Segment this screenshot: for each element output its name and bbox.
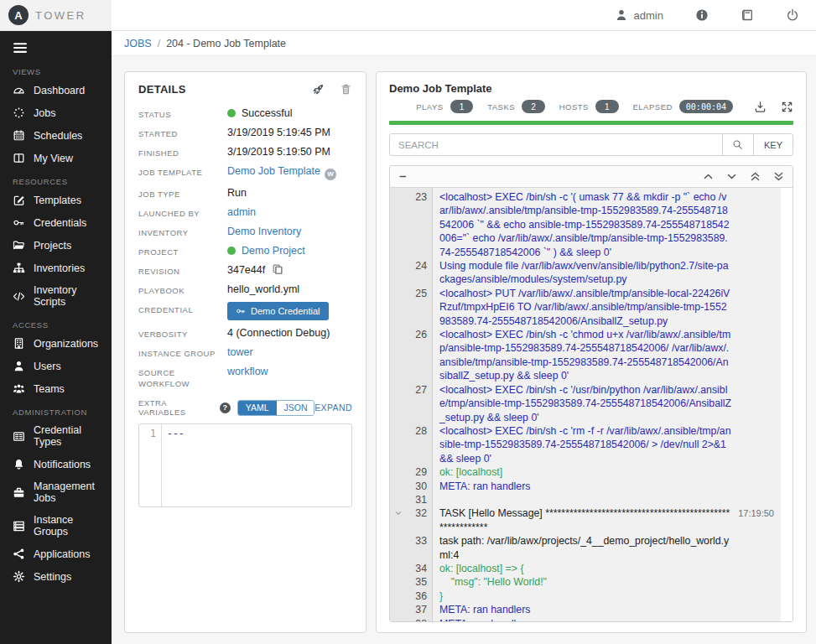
- line-number[interactable]: 25: [390, 287, 433, 328]
- sidebar-item-my-view[interactable]: My View: [0, 147, 112, 169]
- output-line: 36}: [390, 589, 781, 603]
- line-number[interactable]: 34: [390, 562, 433, 575]
- line-number[interactable]: 36: [390, 589, 433, 603]
- detail-row-started: STARTED3/19/2019 5:19:45 PM: [138, 126, 352, 139]
- sidebar-item-dashboard[interactable]: Dashboard: [0, 79, 112, 101]
- relaunch-rocket-icon[interactable]: [312, 83, 325, 96]
- sidebar-item-users[interactable]: Users: [0, 355, 112, 377]
- sidebar-section-label: RESOURCES: [0, 169, 112, 189]
- stat-label: PLAYS: [416, 102, 443, 112]
- menu-toggle-button[interactable]: [0, 31, 40, 60]
- sidebar-item-teams[interactable]: Teams: [0, 377, 112, 400]
- detail-row-credential: CREDENTIALDemo Credential: [138, 302, 352, 320]
- collapse-all-minus-icon[interactable]: [398, 171, 409, 182]
- sidebar-item-label: Schedules: [34, 130, 82, 142]
- docs-book-icon[interactable]: [741, 8, 754, 22]
- detail-label: PROJECT: [138, 244, 227, 257]
- revision-value: 347e44f: [227, 264, 265, 276]
- line-number[interactable]: 23: [390, 190, 433, 259]
- key-icon: [13, 216, 25, 229]
- sidebar: VIEWSDashboardJobsSchedulesMy ViewRESOUR…: [0, 31, 112, 644]
- job-output-log[interactable]: 23<localhost> EXEC /bin/sh -c '( umask 7…: [390, 188, 781, 621]
- sidebar-item-applications[interactable]: Applications: [0, 543, 112, 565]
- expand-link[interactable]: EXPAND: [314, 402, 352, 413]
- output-line: 31: [390, 493, 781, 506]
- sidebar-item-settings[interactable]: Settings: [0, 565, 112, 588]
- brand-title: TOWER: [35, 9, 86, 22]
- about-info-icon[interactable]: [695, 8, 709, 22]
- sidebar-item-projects[interactable]: Projects: [0, 234, 112, 257]
- detail-value: 347e44f: [227, 263, 352, 277]
- sidebar-section-label: VIEWS: [0, 60, 112, 79]
- line-number[interactable]: 28: [390, 424, 433, 465]
- line-number[interactable]: 26: [390, 328, 433, 383]
- sidebar-item-credentials[interactable]: Credentials: [0, 211, 112, 234]
- line-number[interactable]: 33: [390, 534, 433, 562]
- json-toggle-button[interactable]: JSON: [277, 401, 315, 415]
- delete-trash-icon[interactable]: [340, 83, 352, 96]
- sidebar-item-management-jobs[interactable]: Management Jobs: [0, 475, 112, 509]
- search-button[interactable]: [722, 134, 753, 155]
- line-text: }: [433, 589, 781, 603]
- line-number[interactable]: 24: [390, 259, 433, 287]
- user-menu[interactable]: admin: [615, 8, 663, 22]
- sidebar-item-notifications[interactable]: Notifications: [0, 453, 112, 475]
- credential-badge[interactable]: Demo Credential: [227, 302, 329, 320]
- yaml-toggle-button[interactable]: YAML: [238, 401, 277, 415]
- logout-power-icon[interactable]: [786, 8, 799, 22]
- user-icon: [13, 360, 25, 372]
- sidebar-item-label: Users: [34, 361, 61, 372]
- key-button[interactable]: KEY: [753, 134, 793, 155]
- extra-variables-label: EXTRA VARIABLES: [138, 398, 216, 417]
- scroll-top-icon[interactable]: [750, 171, 761, 182]
- sidebar-item-jobs[interactable]: Jobs: [0, 101, 112, 124]
- tachometer-icon: [13, 84, 25, 96]
- detail-link[interactable]: tower: [227, 346, 253, 358]
- line-number[interactable]: 38: [390, 617, 433, 621]
- download-icon[interactable]: [754, 101, 767, 113]
- scroll-up-icon[interactable]: [703, 171, 714, 182]
- expand-fullscreen-icon[interactable]: [781, 101, 793, 113]
- calendar-icon: [13, 129, 25, 142]
- line-number[interactable]: 35: [390, 575, 433, 589]
- output-line: 24Using module file /var/lib/awx/venv/an…: [390, 259, 781, 287]
- brand[interactable]: A TOWER: [0, 0, 112, 30]
- sidebar-item-instance-groups[interactable]: Instance Groups: [0, 509, 112, 543]
- line-number[interactable]: 37: [390, 603, 433, 616]
- sidebar-item-schedules[interactable]: Schedules: [0, 124, 112, 147]
- stat-badge: 00:00:04: [679, 100, 733, 113]
- copy-icon[interactable]: [272, 263, 283, 275]
- users-icon: [13, 382, 25, 395]
- sidebar-item-label: Management Jobs: [34, 480, 99, 504]
- detail-link[interactable]: workflow: [227, 366, 268, 377]
- sidebar-item-credential-types[interactable]: Credential Types: [0, 419, 112, 453]
- line-number[interactable]: 30: [390, 480, 433, 493]
- sidebar-item-organizations[interactable]: Organizations: [0, 332, 112, 355]
- line-number[interactable]: 32: [390, 506, 433, 534]
- extra-variables-editor[interactable]: 1 ---: [138, 423, 352, 507]
- job-stats-row: PLAYS1TASKS2HOSTS1ELAPSED00:00:04: [389, 100, 793, 113]
- line-number[interactable]: 29: [390, 465, 433, 479]
- detail-value: Demo Project: [227, 244, 352, 257]
- job-output-panel: Demo Job Template PLAYS1TASKS2HOSTS1ELAP…: [376, 71, 807, 633]
- help-question-icon[interactable]: ?: [220, 402, 231, 413]
- detail-link[interactable]: admin: [227, 206, 256, 218]
- output-toolbar: [390, 166, 793, 188]
- sidebar-item-inventories[interactable]: Inventories: [0, 257, 112, 279]
- detail-value: Demo Job TemplateW: [227, 164, 352, 180]
- detail-link[interactable]: Demo Inventory: [227, 226, 301, 237]
- sidebar-item-templates[interactable]: Templates: [0, 189, 112, 211]
- line-number[interactable]: 27: [390, 383, 433, 424]
- detail-link[interactable]: Demo Project: [242, 245, 305, 257]
- line-text: <localhost> EXEC /bin/sh -c '/usr/bin/py…: [433, 383, 781, 424]
- search-input[interactable]: [390, 134, 722, 155]
- scroll-bottom-icon[interactable]: [773, 171, 784, 182]
- breadcrumb-jobs-link[interactable]: JOBS: [124, 38, 152, 49]
- collapse-task-chevron-icon[interactable]: [394, 509, 403, 517]
- sidebar-item-inventory-scripts[interactable]: Inventory Scripts: [0, 279, 112, 313]
- output-scrollbar[interactable]: [781, 188, 793, 621]
- stat-hosts: HOSTS1: [559, 100, 619, 113]
- job-template-link[interactable]: Demo Job Template: [227, 165, 320, 177]
- line-number[interactable]: 31: [390, 493, 433, 506]
- scroll-down-icon[interactable]: [726, 171, 737, 182]
